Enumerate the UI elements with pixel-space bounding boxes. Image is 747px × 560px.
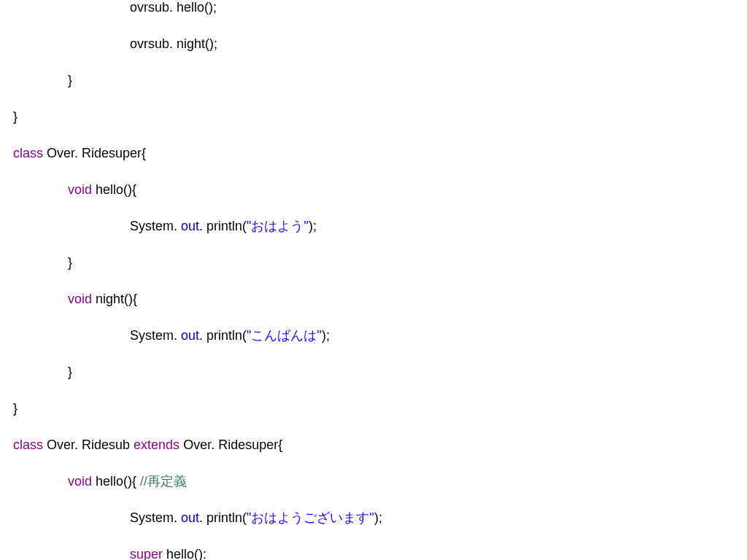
code-text: hello(){ — [92, 474, 140, 489]
blank-line — [13, 89, 734, 109]
string-literal: "おはようございます" — [247, 510, 374, 525]
code-line: System. out. println("おはようございます"); — [13, 510, 734, 526]
blank-line — [13, 454, 734, 474]
keyword-super: super — [130, 547, 163, 560]
code-text: ); — [309, 219, 317, 233]
code-text: Over. Ridesub — [43, 438, 133, 452]
keyword-void: void — [68, 292, 92, 306]
comment: //再定義 — [140, 474, 187, 489]
blank-line — [13, 308, 734, 328]
blank-line — [13, 490, 734, 510]
blank-line — [13, 271, 734, 292]
code-line: } — [13, 365, 734, 381]
indent — [13, 0, 130, 15]
code-line: } — [13, 73, 734, 89]
code-text: } — [68, 73, 72, 88]
string-literal: "こんばんは" — [247, 328, 322, 343]
code-line: void hello(){ //再定義 — [13, 474, 734, 490]
code-line: ovrsub. hello(); — [13, 0, 734, 16]
indent — [13, 73, 68, 88]
code-line: class Over. Ridesub extends Over. Ridesu… — [13, 438, 734, 454]
code-text: hello(): — [163, 547, 206, 560]
code-line: void hello(){ — [13, 182, 734, 198]
code-text: Over. Ridesuper{ — [179, 438, 282, 452]
field-out: out — [181, 510, 199, 525]
keyword-void: void — [68, 474, 92, 489]
blank-line — [13, 381, 734, 401]
indent — [13, 182, 68, 197]
code-line: super hello(): — [13, 547, 734, 560]
code-text: night(){ — [92, 292, 137, 306]
blank-line — [13, 235, 734, 255]
blank-line — [13, 526, 734, 547]
code-text: } — [13, 109, 18, 124]
code-line: class Over. Ridesuper{ — [13, 146, 734, 162]
keyword-void: void — [68, 182, 92, 197]
code-text: hello(){ — [92, 182, 136, 197]
field-out: out — [181, 328, 199, 343]
code-line: } — [13, 109, 734, 125]
code-text: ovrsub. night(); — [130, 36, 217, 51]
code-text: System. — [130, 510, 181, 525]
blank-line — [13, 125, 734, 146]
code-text: } — [68, 255, 72, 270]
code-line: void night(){ — [13, 292, 734, 308]
code-text: . println( — [199, 510, 247, 525]
keyword-class: class — [13, 146, 43, 160]
code-block: ovrsub. hello(); ovrsub. night(); } } cl… — [0, 0, 747, 560]
code-text: Over. Ridesuper{ — [43, 146, 146, 160]
blank-line — [13, 162, 734, 182]
blank-line — [13, 417, 734, 438]
keyword-class: class — [13, 438, 43, 452]
blank-line — [13, 344, 734, 365]
string-literal: "おはよう" — [247, 219, 309, 233]
indent — [13, 36, 130, 51]
code-line: ovrsub. night(); — [13, 36, 734, 52]
code-text: ); — [374, 510, 382, 525]
code-text: ); — [322, 328, 330, 343]
field-out: out — [181, 219, 199, 233]
code-text: . println( — [199, 219, 247, 233]
code-text: System. — [130, 328, 181, 343]
blank-line — [13, 16, 734, 36]
indent — [13, 365, 68, 379]
code-text: ovrsub. hello(); — [130, 0, 217, 15]
blank-line — [13, 52, 734, 73]
keyword-extends: extends — [133, 438, 179, 452]
code-line: System. out. println("おはよう"); — [13, 219, 734, 235]
indent — [13, 510, 130, 525]
indent — [13, 219, 130, 233]
code-line: } — [13, 401, 734, 417]
code-text: } — [13, 401, 18, 416]
indent — [13, 292, 68, 306]
blank-line — [13, 198, 734, 219]
code-line: System. out. println("こんばんは"); — [13, 328, 734, 344]
code-text: System. — [130, 219, 181, 233]
code-line: } — [13, 255, 734, 271]
code-text: } — [68, 365, 72, 379]
indent — [13, 547, 130, 560]
indent — [13, 328, 130, 343]
indent — [13, 255, 68, 270]
indent — [13, 474, 68, 489]
code-text: . println( — [199, 328, 247, 343]
